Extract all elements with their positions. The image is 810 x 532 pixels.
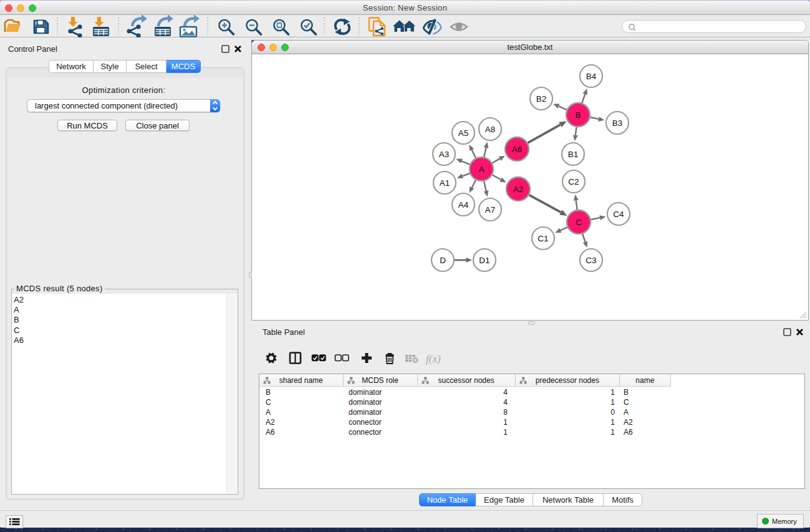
- svg-text:B4: B4: [586, 72, 597, 81]
- svg-text:C1: C1: [538, 234, 548, 243]
- svg-text:A5: A5: [458, 128, 469, 138]
- svg-text:A2: A2: [513, 185, 524, 194]
- svg-text:C: C: [576, 218, 582, 227]
- svg-text:A6: A6: [512, 145, 523, 154]
- svg-text:B3: B3: [612, 118, 623, 128]
- svg-text:C3: C3: [586, 256, 596, 265]
- svg-text:A7: A7: [485, 205, 496, 215]
- svg-text:A: A: [478, 165, 484, 174]
- svg-text:A3: A3: [439, 150, 450, 159]
- svg-text:D: D: [440, 256, 446, 265]
- svg-text:A8: A8: [485, 125, 496, 134]
- svg-text:B2: B2: [536, 94, 547, 104]
- svg-text:D1: D1: [479, 256, 489, 265]
- svg-text:B: B: [575, 110, 581, 120]
- svg-text:A1: A1: [440, 178, 450, 188]
- svg-text:C4: C4: [613, 210, 624, 219]
- svg-text:A4: A4: [458, 200, 469, 210]
- svg-text:f(x): f(x): [426, 353, 441, 365]
- svg-text:C2: C2: [568, 177, 579, 186]
- svg-text:B1: B1: [568, 150, 579, 159]
